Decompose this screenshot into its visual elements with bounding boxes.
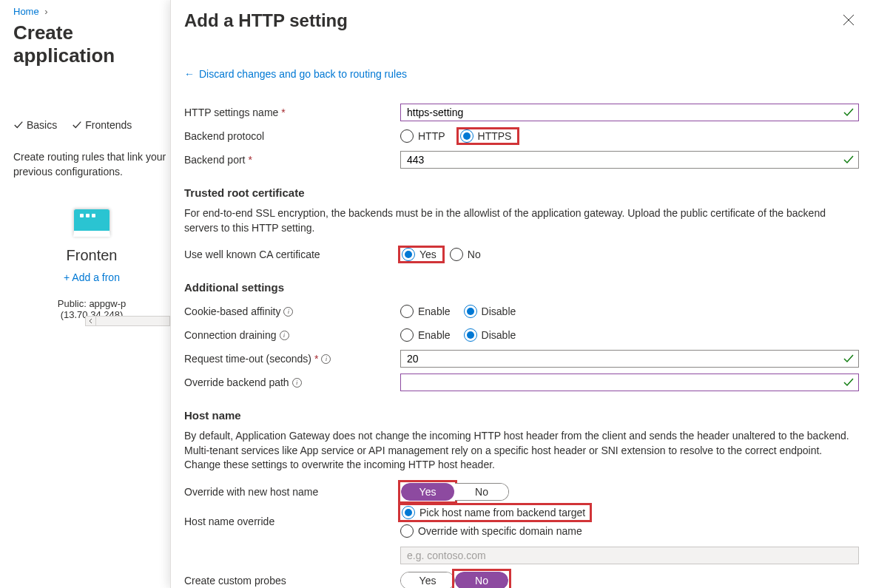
radio-cookie-disable-label[interactable]: Disable xyxy=(482,305,516,317)
discard-link-label: Discard changes and go back to routing r… xyxy=(199,68,407,80)
radio-pick-host-backend-label[interactable]: Pick host name from backend target xyxy=(419,507,585,518)
http-settings-name-input[interactable] xyxy=(400,104,859,121)
tab-frontends[interactable]: Frontends xyxy=(72,119,132,131)
frontends-heading: Fronten xyxy=(13,247,170,264)
backend-port-input[interactable] xyxy=(400,151,859,169)
toggle-override-host-yes[interactable]: Yes xyxy=(401,483,454,501)
scroll-left-icon[interactable] xyxy=(86,317,96,325)
tab-basics-label: Basics xyxy=(27,119,57,131)
section-additional: Additional settings xyxy=(184,281,867,294)
checkmark-icon xyxy=(13,120,24,130)
radio-https-label[interactable]: HTTPS xyxy=(478,130,512,142)
radio-ca-no-label[interactable]: No xyxy=(468,249,481,260)
panel-title: Add a HTTP setting xyxy=(184,10,867,31)
domain-name-input: e.g. contoso.com xyxy=(400,547,859,564)
breadcrumb-home[interactable]: Home xyxy=(13,6,39,17)
override-backend-path-input[interactable] xyxy=(400,374,859,391)
frontend-icon xyxy=(73,209,110,237)
page-title: Create application xyxy=(13,21,170,67)
required-indicator: * xyxy=(281,107,285,118)
label-request-timeout: Request time-out (seconds) xyxy=(184,353,311,365)
radio-override-domain-label[interactable]: Override with specific domain name xyxy=(418,525,582,537)
toggle-custom-probes-no[interactable]: No xyxy=(455,572,508,588)
valid-check-icon xyxy=(843,154,855,166)
radio-http[interactable] xyxy=(400,129,414,143)
request-timeout-input[interactable] xyxy=(400,350,859,368)
toggle-custom-probes-yes[interactable]: Yes xyxy=(401,572,454,588)
toggle-override-host-no[interactable]: No xyxy=(455,484,508,500)
radio-ca-no[interactable] xyxy=(450,248,463,261)
horizontal-scrollbar[interactable] xyxy=(85,316,170,326)
trusted-root-description: For end-to-end SSL encryption, the backe… xyxy=(184,206,857,235)
required-indicator: * xyxy=(249,154,252,166)
label-override-backend-path: Override backend path xyxy=(184,376,289,388)
radio-cookie-disable[interactable] xyxy=(464,305,477,318)
radio-cookie-enable[interactable] xyxy=(400,305,414,318)
section-trusted-root: Trusted root certificate xyxy=(184,186,867,199)
label-connection-draining: Connection draining xyxy=(184,329,277,341)
checkmark-icon xyxy=(72,120,82,130)
valid-check-icon xyxy=(843,353,855,365)
breadcrumb: Home › xyxy=(13,6,170,17)
required-indicator: * xyxy=(314,353,318,365)
label-backend-port: Backend port xyxy=(184,154,246,166)
radio-cookie-enable-label[interactable]: Enable xyxy=(418,305,451,317)
domain-placeholder: e.g. contoso.com xyxy=(407,550,486,561)
valid-check-icon xyxy=(843,376,855,388)
chevron-right-icon: › xyxy=(44,6,47,17)
public-frontend-name: Public: appgw-p xyxy=(13,298,170,309)
label-cookie-affinity: Cookie-based affinity xyxy=(184,305,280,317)
info-icon[interactable]: i xyxy=(283,307,293,317)
label-custom-probes: Create custom probes xyxy=(184,575,286,587)
radio-https[interactable] xyxy=(460,129,473,143)
radio-ca-yes[interactable] xyxy=(402,248,415,261)
info-icon[interactable]: i xyxy=(280,331,289,340)
close-icon[interactable] xyxy=(842,13,855,27)
label-use-ca: Use well known CA certificate xyxy=(184,249,320,260)
label-override-host: Override with new host name xyxy=(184,486,318,498)
label-host-name-override: Host name override xyxy=(184,516,274,527)
label-backend-protocol: Backend protocol xyxy=(184,130,264,142)
tab-frontends-label: Frontends xyxy=(85,119,132,131)
info-icon[interactable]: i xyxy=(292,378,302,388)
info-icon[interactable]: i xyxy=(321,354,331,364)
add-frontend-link[interactable]: + Add a fron xyxy=(13,271,170,283)
radio-drain-disable[interactable] xyxy=(464,328,477,342)
tab-basics[interactable]: Basics xyxy=(13,119,57,131)
radio-drain-disable-label[interactable]: Disable xyxy=(482,329,516,341)
radio-drain-enable[interactable] xyxy=(400,328,414,342)
discard-link[interactable]: ← Discard changes and go back to routing… xyxy=(184,68,407,80)
arrow-left-icon: ← xyxy=(184,68,195,80)
valid-check-icon xyxy=(843,107,855,118)
radio-http-label[interactable]: HTTP xyxy=(418,130,445,142)
section-host-name: Host name xyxy=(184,409,867,422)
radio-drain-enable-label[interactable]: Enable xyxy=(418,329,451,341)
radio-pick-host-backend[interactable] xyxy=(402,506,415,519)
routing-description: Create routing rules that link your prev… xyxy=(13,150,170,179)
host-name-description: By default, Application Gateway does not… xyxy=(184,429,857,473)
radio-override-domain[interactable] xyxy=(400,524,414,538)
radio-ca-yes-label[interactable]: Yes xyxy=(419,249,437,260)
label-name: HTTP settings name xyxy=(184,107,278,118)
http-setting-panel: Add a HTTP setting ← Discard changes and… xyxy=(170,0,873,588)
